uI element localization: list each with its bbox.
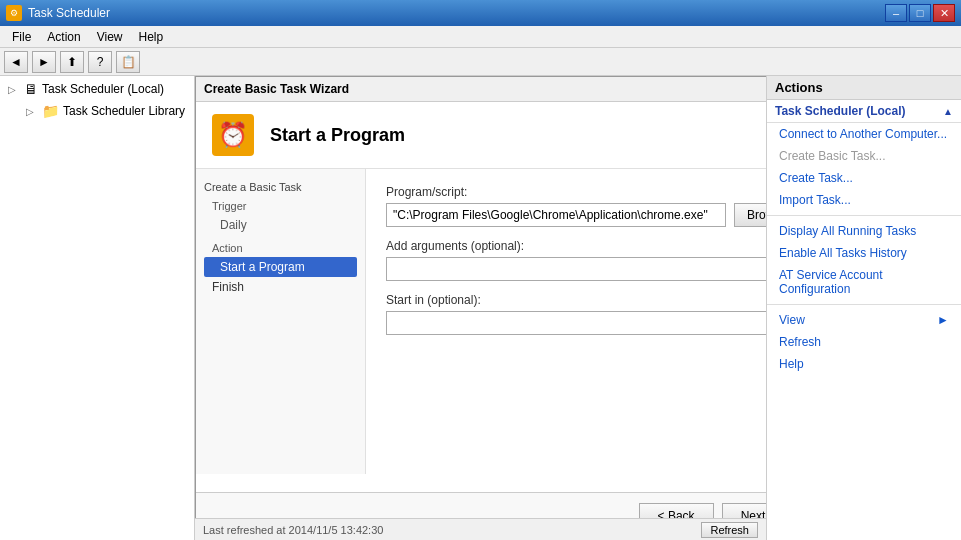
bottom-bar: Last refreshed at 2014/11/5 13:42:30 Ref… xyxy=(195,518,766,540)
add-arguments-input[interactable] xyxy=(386,257,766,281)
add-arguments-label: Add arguments (optional): xyxy=(386,239,766,253)
action-refresh[interactable]: Refresh xyxy=(767,331,961,353)
window-title: Task Scheduler xyxy=(28,6,110,20)
toolbar: ◄ ► ⬆ ? 📋 xyxy=(0,48,961,76)
collapse-icon[interactable]: ▲ xyxy=(943,106,953,117)
browse-button[interactable]: Browse... xyxy=(734,203,766,227)
action-create-basic-task: Create Basic Task... xyxy=(767,145,961,167)
wizard-header: ⏰ Start a Program xyxy=(196,102,766,169)
left-panel: ▷ 🖥 Task Scheduler (Local) ▷ 📁 Task Sche… xyxy=(0,76,195,540)
tree-view: ▷ 🖥 Task Scheduler (Local) ▷ 📁 Task Sche… xyxy=(0,76,194,540)
menu-help[interactable]: Help xyxy=(131,28,172,46)
main-layout: ▷ 🖥 Task Scheduler (Local) ▷ 📁 Task Sche… xyxy=(0,76,961,540)
clock-icon: ⏰ xyxy=(218,121,248,149)
action-at-service[interactable]: AT Service Account Configuration xyxy=(767,264,961,300)
submenu-arrow-icon: ► xyxy=(937,313,949,327)
wizard-header-icon: ⏰ xyxy=(212,114,254,156)
add-arguments-row: Add arguments (optional): xyxy=(386,239,766,281)
wizard-nav-finish[interactable]: Finish xyxy=(204,277,357,297)
wizard-overlay: Create Basic Task Wizard ✕ ⏰ Start a Pro… xyxy=(195,76,766,540)
action-connect-computer[interactable]: Connect to Another Computer... xyxy=(767,123,961,145)
tree-item-local[interactable]: ▷ 🖥 Task Scheduler (Local) xyxy=(2,78,192,100)
wizard-window: Create Basic Task Wizard ✕ ⏰ Start a Pro… xyxy=(195,76,766,540)
tree-item-library-label: Task Scheduler Library xyxy=(63,104,185,118)
start-in-input[interactable] xyxy=(386,311,766,335)
action-view-label: View xyxy=(779,313,805,327)
program-script-input[interactable] xyxy=(386,203,726,227)
expand-icon-library: ▷ xyxy=(26,106,38,117)
help-button[interactable]: ? xyxy=(88,51,112,73)
close-button[interactable]: ✕ xyxy=(933,4,955,22)
wizard-nav-action-label[interactable]: Action xyxy=(204,239,357,257)
right-panel: Actions Task Scheduler (Local) ▲ Connect… xyxy=(766,76,961,540)
app-icon: ⚙ xyxy=(6,5,22,21)
tree-item-label: Task Scheduler (Local) xyxy=(42,82,164,96)
actions-section-label: Task Scheduler (Local) xyxy=(775,104,905,118)
wizard-nav-trigger-label[interactable]: Trigger xyxy=(204,197,357,215)
title-bar-left: ⚙ Task Scheduler xyxy=(6,5,110,21)
program-script-label: Program/script: xyxy=(386,185,766,199)
forward-button[interactable]: ► xyxy=(32,51,56,73)
menu-file[interactable]: File xyxy=(4,28,39,46)
wizard-nav: Create a Basic Task Trigger Daily Action… xyxy=(196,169,366,474)
wizard-nav-start-program[interactable]: Start a Program xyxy=(204,257,357,277)
maximize-button[interactable]: □ xyxy=(909,4,931,22)
program-script-row: Program/script: Browse... xyxy=(386,185,766,227)
minimize-button[interactable]: – xyxy=(885,4,907,22)
wizard-header-title: Start a Program xyxy=(270,125,405,146)
wizard-title-text: Create Basic Task Wizard xyxy=(204,82,349,96)
computer-icon: 🖥 xyxy=(24,81,38,97)
wizard-title-bar: Create Basic Task Wizard ✕ xyxy=(196,77,766,102)
wizard-content: Program/script: Browse... Add arguments … xyxy=(366,169,766,474)
action-create-task[interactable]: Create Task... xyxy=(767,167,961,189)
program-script-input-row: Browse... xyxy=(386,203,766,227)
export-button[interactable]: 📋 xyxy=(116,51,140,73)
right-panel-title: Actions xyxy=(767,76,961,100)
up-button[interactable]: ⬆ xyxy=(60,51,84,73)
window-controls: – □ ✕ xyxy=(885,4,955,22)
tree-item-library[interactable]: ▷ 📁 Task Scheduler Library xyxy=(2,100,192,122)
expand-icon: ▷ xyxy=(8,84,20,95)
start-in-label: Start in (optional): xyxy=(386,293,766,307)
menu-action[interactable]: Action xyxy=(39,28,88,46)
back-button[interactable]: ◄ xyxy=(4,51,28,73)
action-view[interactable]: View ► xyxy=(767,309,961,331)
center-area: Task Scheduler Summary (Last refreshed: … xyxy=(195,76,766,540)
action-separator-1 xyxy=(767,215,961,216)
actions-section-title: Task Scheduler (Local) ▲ xyxy=(767,100,961,123)
wizard-body: Create a Basic Task Trigger Daily Action… xyxy=(196,169,766,474)
action-enable-history[interactable]: Enable All Tasks History xyxy=(767,242,961,264)
action-separator-2 xyxy=(767,304,961,305)
menu-bar: File Action View Help xyxy=(0,26,961,48)
last-refreshed-text: Last refreshed at 2014/11/5 13:42:30 xyxy=(203,524,383,536)
action-display-running[interactable]: Display All Running Tasks xyxy=(767,220,961,242)
start-in-row: Start in (optional): xyxy=(386,293,766,335)
title-bar: ⚙ Task Scheduler – □ ✕ xyxy=(0,0,961,26)
wizard-nav-create: Create a Basic Task xyxy=(204,181,357,193)
menu-view[interactable]: View xyxy=(89,28,131,46)
folder-icon: 📁 xyxy=(42,103,59,119)
wizard-nav-daily[interactable]: Daily xyxy=(204,215,357,235)
refresh-button[interactable]: Refresh xyxy=(701,522,758,538)
action-import-task[interactable]: Import Task... xyxy=(767,189,961,211)
action-help[interactable]: Help xyxy=(767,353,961,375)
